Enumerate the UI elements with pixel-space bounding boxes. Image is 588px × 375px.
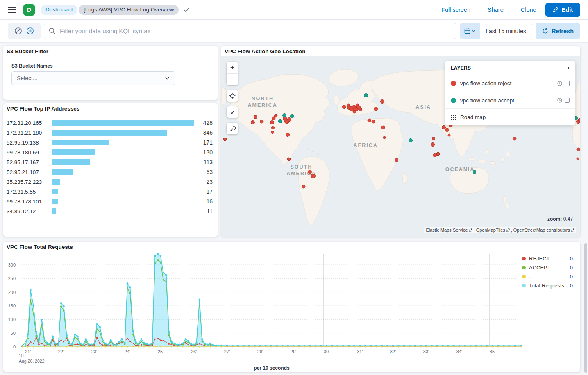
share-button[interactable]: Share <box>488 7 504 13</box>
menu-icon[interactable] <box>8 7 16 13</box>
collapse-layers-icon[interactable] <box>563 65 570 71</box>
map-point-accept[interactable] <box>278 119 282 123</box>
time-range-value[interactable]: Last 15 minutes <box>480 23 532 39</box>
map-point-reject[interactable] <box>254 115 257 119</box>
map-point-reject[interactable] <box>380 99 384 104</box>
map-point-reject[interactable] <box>342 105 346 109</box>
time-series-chart[interactable]: 05010015020025030021'22'23'24'25'26'27'2… <box>3 251 580 360</box>
layer-item-accept[interactable]: vpc flow action accept <box>445 92 575 108</box>
map-point-accept[interactable] <box>473 170 477 174</box>
map-point-reject[interactable] <box>513 137 516 141</box>
panel-title: VPC Flow Total Requests <box>7 244 73 250</box>
map-point-accept[interactable] <box>282 113 286 117</box>
map-point-reject[interactable] <box>432 137 435 140</box>
layer-visibility-checkbox[interactable] <box>565 81 570 86</box>
map-point-reject[interactable] <box>271 131 274 134</box>
layer-item-reject[interactable]: vpc flow action reject <box>445 75 575 92</box>
ip-bar[interactable] <box>52 179 60 185</box>
ip-row[interactable]: 34.89.12.1211 <box>7 206 213 216</box>
ip-bar[interactable] <box>52 159 90 165</box>
map-point-reject[interactable] <box>271 126 275 129</box>
legend-item[interactable]: REJECT0 <box>522 255 573 262</box>
clone-button[interactable]: Clone <box>521 7 536 13</box>
ip-bar[interactable] <box>52 169 73 175</box>
ip-bar[interactable] <box>52 120 194 126</box>
map-point-reject[interactable] <box>311 174 316 178</box>
ip-row[interactable]: 52.95.19.138171 <box>7 138 213 147</box>
refresh-button[interactable]: Refresh <box>536 23 580 39</box>
full-screen-button[interactable]: Full screen <box>441 7 470 13</box>
fit-to-data-button[interactable] <box>227 90 238 102</box>
ip-value: 23 <box>194 178 213 185</box>
layer-item-road-map[interactable]: Road map <box>445 108 575 125</box>
ip-bar[interactable] <box>52 140 109 145</box>
legend-item[interactable]: -0 <box>522 273 573 280</box>
zoom-in-button[interactable]: + <box>227 62 238 73</box>
add-control-icon[interactable] <box>26 27 34 35</box>
ip-row[interactable]: 52.95.17.167113 <box>7 157 213 167</box>
ip-row[interactable]: 172.31.5.5517 <box>7 187 213 197</box>
ip-bar[interactable] <box>52 149 95 155</box>
map-point-accept[interactable] <box>290 114 294 118</box>
map-point-accept[interactable] <box>409 138 413 142</box>
legend-item[interactable]: ACCEPT0 <box>522 264 573 271</box>
map-tools-button[interactable] <box>227 123 238 134</box>
map-point-reject[interactable] <box>286 133 290 137</box>
breadcrumb-current-dashboard: [Logs AWS] VPC Flow Log Overview <box>79 5 179 15</box>
kql-search-input[interactable] <box>44 23 456 39</box>
ip-row[interactable]: 172.31.21.180346 <box>7 128 213 138</box>
map-point-reject[interactable] <box>383 136 386 139</box>
map-point-reject[interactable] <box>352 110 356 113</box>
map-point-reject[interactable] <box>270 120 274 124</box>
map-point-reject[interactable] <box>374 107 378 111</box>
map-point-reject[interactable] <box>576 148 580 151</box>
map-point-reject[interactable] <box>367 119 371 122</box>
map-point-reject[interactable] <box>302 185 305 189</box>
world-map[interactable]: NORTH AMERICASOUTH AMERICAAFRICAASIAOCEA… <box>221 56 580 237</box>
map-point-reject[interactable] <box>260 120 263 123</box>
ip-bar[interactable] <box>52 208 56 214</box>
scrollbar[interactable] <box>584 243 587 373</box>
map-point-reject[interactable] <box>223 137 227 141</box>
map-point-reject[interactable] <box>356 103 359 106</box>
map-point-reject[interactable] <box>287 117 291 122</box>
map-point-reject[interactable] <box>287 157 291 161</box>
map-point-reject[interactable] <box>381 126 385 129</box>
ip-bar[interactable] <box>52 130 167 136</box>
ip-row[interactable]: 35.235.72.22323 <box>7 177 213 187</box>
ip-row[interactable]: 52.95.21.10763 <box>7 167 213 177</box>
legend-item[interactable]: Total Requests0 <box>522 282 573 289</box>
ip-bar[interactable] <box>52 199 58 204</box>
breadcrumb-dashboard[interactable]: Dashboard <box>41 5 77 15</box>
space-avatar[interactable]: D <box>23 4 35 16</box>
map-point-reject[interactable] <box>274 114 278 118</box>
attribution-link[interactable]: OpenStreetMap contributors <box>513 228 574 233</box>
map-point-reject[interactable] <box>445 128 449 132</box>
calendar-menu-button[interactable] <box>460 23 480 39</box>
map-point-reject[interactable] <box>436 152 440 156</box>
zoom-out-button[interactable]: − <box>227 74 238 85</box>
ip-label: 172.31.21.180 <box>7 130 52 136</box>
attribution-link[interactable]: OpenMapTiles <box>476 228 510 233</box>
map-point-reject[interactable] <box>359 108 362 111</box>
map-point-reject[interactable] <box>431 142 435 147</box>
map-point-accept[interactable] <box>364 93 368 97</box>
ip-value: 113 <box>194 159 213 165</box>
s3-bucket-select[interactable]: Select... <box>11 71 175 85</box>
ip-row[interactable]: 172.31.20.165428 <box>7 118 213 128</box>
map-point-reject[interactable] <box>347 104 350 106</box>
expand-map-button[interactable] <box>227 106 238 118</box>
map-point-reject[interactable] <box>576 158 579 160</box>
layer-visibility-checkbox[interactable] <box>565 98 570 103</box>
attribution-link[interactable]: Elastic Maps Service <box>426 228 472 233</box>
map-point-reject[interactable] <box>251 120 255 124</box>
map-point-reject[interactable] <box>395 158 399 162</box>
map-point-reject[interactable] <box>578 118 580 122</box>
ip-row[interactable]: 99.78.180.69130 <box>7 147 213 157</box>
map-point-reject[interactable] <box>372 120 375 124</box>
map-point-reject[interactable] <box>448 134 451 137</box>
edit-button[interactable]: Edit <box>545 3 580 17</box>
ip-bar[interactable] <box>52 189 58 194</box>
filter-disabled-icon[interactable] <box>14 27 22 35</box>
ip-row[interactable]: 99.78.178.10116 <box>7 197 213 206</box>
